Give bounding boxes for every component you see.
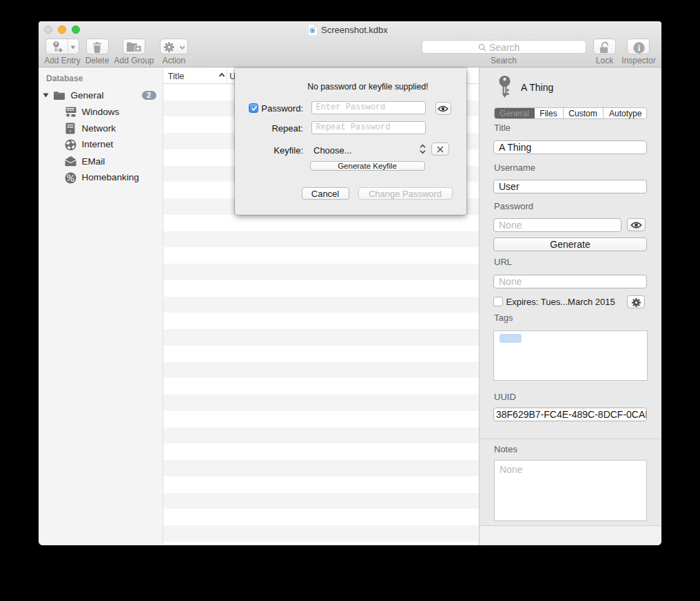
svg-text:i: i [637, 43, 640, 53]
